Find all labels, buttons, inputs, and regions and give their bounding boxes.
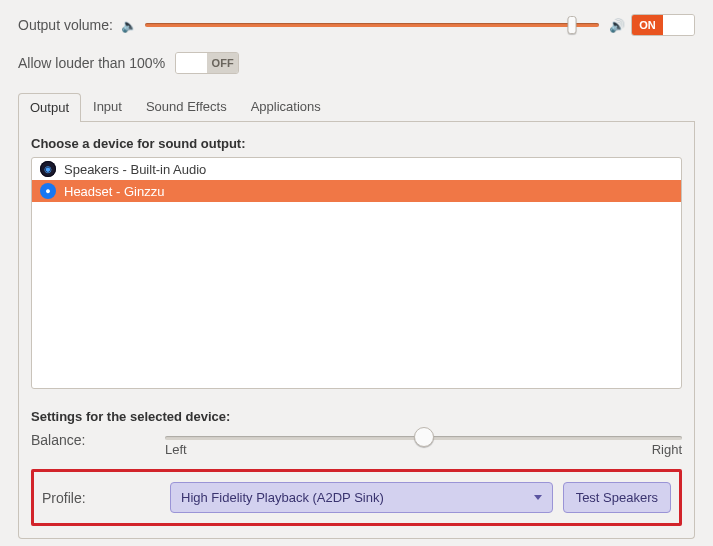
speaker-icon: ◉ bbox=[40, 161, 56, 177]
output-volume-slider[interactable] bbox=[145, 23, 599, 27]
tab-applications[interactable]: Applications bbox=[239, 92, 333, 121]
selected-device-settings: Settings for the selected device: Balanc… bbox=[31, 409, 682, 526]
profile-highlight-box: Profile: High Fidelity Playback (A2DP Si… bbox=[31, 469, 682, 526]
output-device-list[interactable]: ◉ Speakers - Built-in Audio ● Headset - … bbox=[31, 157, 682, 389]
volume-low-icon: 🔈 bbox=[121, 18, 135, 33]
device-row-speakers[interactable]: ◉ Speakers - Built-in Audio bbox=[32, 158, 681, 180]
tab-input[interactable]: Input bbox=[81, 92, 134, 121]
balance-right-label: Right bbox=[652, 442, 682, 457]
test-speakers-button[interactable]: Test Speakers bbox=[563, 482, 671, 513]
toggle-on-label: ON bbox=[632, 15, 663, 35]
allow-louder-toggle[interactable]: OFF bbox=[175, 52, 239, 74]
allow-louder-label: Allow louder than 100% bbox=[18, 55, 165, 71]
output-volume-label: Output volume: bbox=[18, 17, 113, 33]
balance-label: Balance: bbox=[31, 430, 161, 448]
device-row-headset[interactable]: ● Headset - Ginzzu bbox=[32, 180, 681, 202]
volume-high-icon: 🔊 bbox=[609, 18, 623, 33]
output-tab-page: Choose a device for sound output: ◉ Spea… bbox=[18, 122, 695, 539]
sound-settings-panel: Output volume: 🔈 🔊 ON Allow louder than … bbox=[0, 0, 713, 546]
balance-left-label: Left bbox=[165, 442, 187, 457]
settings-heading: Settings for the selected device: bbox=[31, 409, 682, 424]
tab-sound-effects[interactable]: Sound Effects bbox=[134, 92, 239, 121]
choose-device-heading: Choose a device for sound output: bbox=[31, 136, 682, 151]
balance-row: Balance: Left Right bbox=[31, 430, 682, 457]
device-label: Headset - Ginzzu bbox=[64, 184, 164, 199]
chevron-down-icon bbox=[534, 495, 542, 500]
balance-control: Left Right bbox=[165, 430, 682, 457]
profile-selected-value: High Fidelity Playback (A2DP Sink) bbox=[181, 490, 384, 505]
output-volume-toggle[interactable]: ON bbox=[631, 14, 695, 36]
toggle-knob bbox=[176, 53, 207, 73]
toggle-off-label: OFF bbox=[207, 53, 238, 73]
balance-slider[interactable] bbox=[165, 436, 682, 440]
device-label: Speakers - Built-in Audio bbox=[64, 162, 206, 177]
profile-label: Profile: bbox=[42, 490, 160, 506]
tab-output[interactable]: Output bbox=[18, 93, 81, 122]
output-volume-thumb[interactable] bbox=[567, 16, 576, 34]
allow-louder-row: Allow louder than 100% OFF bbox=[18, 52, 695, 74]
output-volume-row: Output volume: 🔈 🔊 ON bbox=[18, 14, 695, 36]
bluetooth-icon: ● bbox=[40, 183, 56, 199]
tab-bar: Output Input Sound Effects Applications bbox=[18, 92, 695, 122]
balance-thumb[interactable] bbox=[414, 427, 434, 447]
toggle-knob bbox=[663, 15, 694, 35]
profile-combobox[interactable]: High Fidelity Playback (A2DP Sink) bbox=[170, 482, 553, 513]
